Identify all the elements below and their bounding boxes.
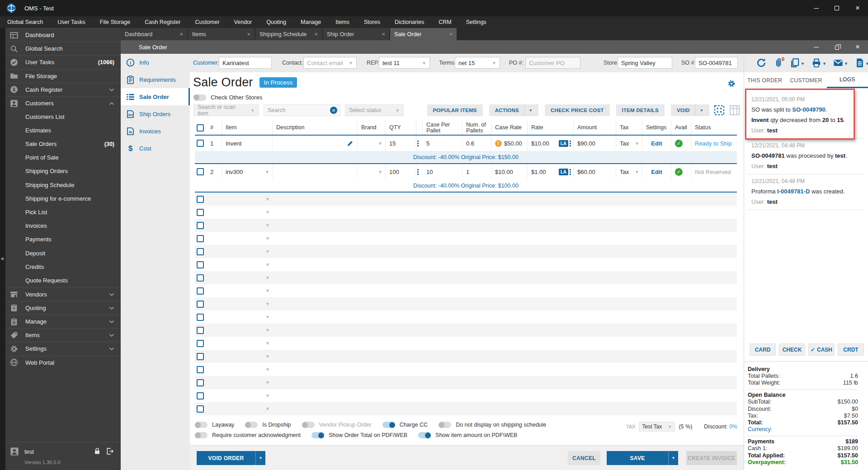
toggle-vendor-pickup-order[interactable]: Vendor Pickup Order xyxy=(302,422,372,428)
row-checkbox[interactable] xyxy=(197,405,204,413)
cancel-button[interactable]: CANCEL xyxy=(568,451,600,465)
log-link[interactable]: I-0049781-D xyxy=(777,188,810,195)
cell-item[interactable]: ▼ xyxy=(222,258,273,271)
save-dropdown-icon[interactable]: ▼ xyxy=(668,451,678,465)
sidebar-item-vendors[interactable]: Vendors xyxy=(5,287,121,301)
empty-table-row[interactable]: ▼ xyxy=(195,376,737,389)
cell-item[interactable]: ▼ xyxy=(222,389,273,402)
close-tab-icon[interactable]: × xyxy=(446,31,453,38)
toggle-require-customer-acknowledgment[interactable]: Require customer acknowledgment xyxy=(195,432,301,438)
chevron-down-icon[interactable]: ▼ xyxy=(378,141,385,146)
empty-table-row[interactable]: ▼ xyxy=(195,206,737,219)
po-input[interactable] xyxy=(525,57,580,69)
row-checkbox[interactable] xyxy=(197,379,204,386)
sidebar-collapse-rail[interactable]: ◀ xyxy=(0,28,5,470)
close-tab-icon[interactable]: × xyxy=(177,31,183,38)
cell-settings[interactable]: Edit xyxy=(642,164,671,179)
cell-tax[interactable]: Tax▼ xyxy=(616,164,642,179)
gear-icon[interactable] xyxy=(727,80,736,88)
column-header-settings[interactable]: Settings xyxy=(642,121,671,135)
cell-item[interactable]: ▼ xyxy=(222,376,273,389)
empty-table-row[interactable]: ▼ xyxy=(195,232,737,245)
terms-select[interactable]: net 15▼ xyxy=(455,57,500,69)
cell-item[interactable]: ▼ xyxy=(222,232,273,245)
payment-card-button[interactable]: CARD xyxy=(750,343,776,356)
table-row[interactable]: 2inv300▼▼100101$10.00$1.00LA$60.00Tax▼Ed… xyxy=(195,164,737,179)
cell-item[interactable]: ▼ xyxy=(222,350,273,363)
empty-table-row[interactable]: ▼ xyxy=(195,245,737,258)
void-order-dropdown-icon[interactable]: ▼ xyxy=(255,451,265,465)
panel-tab-this-order[interactable]: THIS ORDER xyxy=(744,72,785,88)
empty-table-row[interactable]: ▼ xyxy=(195,297,737,310)
menu-crm[interactable]: CRM xyxy=(431,16,458,28)
payment-cash-button[interactable]: ✓CASH xyxy=(808,343,835,356)
tab-ship-order[interactable]: Ship Order× xyxy=(323,28,389,40)
minimize-icon[interactable] xyxy=(806,40,826,54)
cell-brand[interactable]: ▼ xyxy=(358,164,386,179)
rate-la-badge[interactable]: LA xyxy=(559,140,568,147)
cell-rate[interactable]: $1.00LA xyxy=(528,164,574,179)
row-checkbox[interactable] xyxy=(197,392,204,400)
item-search-select[interactable]: Search or scan item▼ xyxy=(193,104,259,116)
cell-status[interactable]: Not Reserved xyxy=(691,164,737,179)
grid-columns-icon[interactable] xyxy=(729,105,740,116)
rate-la-badge[interactable]: LA xyxy=(559,169,568,175)
sidebar-item-shipping-orders[interactable]: Shipping Orders xyxy=(5,164,121,178)
sidebar-item-sale-orders[interactable]: Sale Orders(30) xyxy=(5,137,121,151)
row-checkbox[interactable] xyxy=(197,222,204,229)
cell-item[interactable]: ▼ xyxy=(222,193,273,206)
toggle-switch[interactable] xyxy=(418,432,431,438)
empty-table-row[interactable]: ▼ xyxy=(195,271,737,284)
chevron-down-icon[interactable]: ▼ xyxy=(265,288,273,293)
search-input[interactable] xyxy=(268,107,322,113)
column-header-tax[interactable]: Tax xyxy=(616,121,642,135)
payment-crdt-button[interactable]: CRDT xyxy=(838,343,864,356)
toggle-is-dropship[interactable]: Is Dropship xyxy=(245,422,291,428)
save-button[interactable]: SAVE▼ xyxy=(607,451,678,465)
chevron-down-icon[interactable]: ▼ xyxy=(378,169,385,174)
cell-item[interactable]: ▼ xyxy=(222,310,273,324)
sidebar-item-payments[interactable]: Payments xyxy=(5,233,121,246)
lock-icon[interactable] xyxy=(94,447,101,455)
logout-icon[interactable] xyxy=(106,447,113,455)
row-checkbox[interactable] xyxy=(197,287,204,295)
menu-vendor[interactable]: Vendor xyxy=(227,16,259,28)
row-checkbox[interactable] xyxy=(197,235,204,242)
sidebar-item-global-search[interactable]: Global Search xyxy=(5,42,121,55)
cell-item[interactable]: inv300▼ xyxy=(222,164,273,179)
row-checkbox[interactable] xyxy=(197,261,204,268)
select-all-checkbox[interactable] xyxy=(197,124,204,132)
sidebar-item-customers-list[interactable]: Customers List xyxy=(5,110,121,123)
close-icon[interactable]: × xyxy=(847,40,868,54)
void-order-button[interactable]: VOID ORDER▼ xyxy=(197,451,265,465)
empty-table-row[interactable]: ▼ xyxy=(195,337,737,350)
toggle-layaway[interactable]: Layaway xyxy=(195,422,234,428)
status-select[interactable]: Select status▼ xyxy=(345,104,404,116)
sidebar-item-invoices[interactable]: Invoices xyxy=(5,219,121,233)
refresh-icon[interactable] xyxy=(756,58,766,68)
chevron-down-icon[interactable]: ▼ xyxy=(635,141,642,146)
cell-case-rate[interactable]: !$50.00 xyxy=(491,136,528,151)
print-icon[interactable] xyxy=(811,58,821,68)
item-details-button[interactable]: ITEM DETAILS xyxy=(616,104,665,116)
sidebar-item-shipping-schedule[interactable]: Shipping Schedule xyxy=(5,178,121,192)
cell-item[interactable]: ▼ xyxy=(222,219,273,232)
row-checkbox[interactable] xyxy=(197,209,204,216)
toggle-do-not-display-on-shipping-schedule[interactable]: Do not display on shipping schedule xyxy=(439,422,546,428)
void-button[interactable]: VOID▼ xyxy=(671,104,709,116)
print-dropdown-icon[interactable]: ▼ xyxy=(822,61,826,66)
export-document-icon[interactable] xyxy=(855,58,865,68)
tab-shipping-schedule[interactable]: Shipping Schedule× xyxy=(255,28,322,40)
log-link[interactable]: SO-0049790 xyxy=(792,106,826,113)
toggle-switch[interactable] xyxy=(195,432,208,438)
menu-user-tasks[interactable]: User Tasks xyxy=(50,16,93,28)
cell-rate[interactable]: $10.00LA xyxy=(528,136,574,151)
chevron-down-icon[interactable]: ▼ xyxy=(635,169,642,174)
chevron-down-icon[interactable]: ▼ xyxy=(265,315,273,320)
chevron-down-icon[interactable]: ▼ xyxy=(265,223,273,228)
panel-tab-customer[interactable]: CUSTOMER xyxy=(785,72,826,88)
sidebar-item-customers[interactable]: Customers xyxy=(5,96,121,110)
panel-tab-logs[interactable]: LOGS xyxy=(827,72,868,88)
popular-items-button[interactable]: POPULAR ITEMS xyxy=(427,104,483,116)
chevron-down-icon[interactable]: ▼ xyxy=(265,169,272,174)
